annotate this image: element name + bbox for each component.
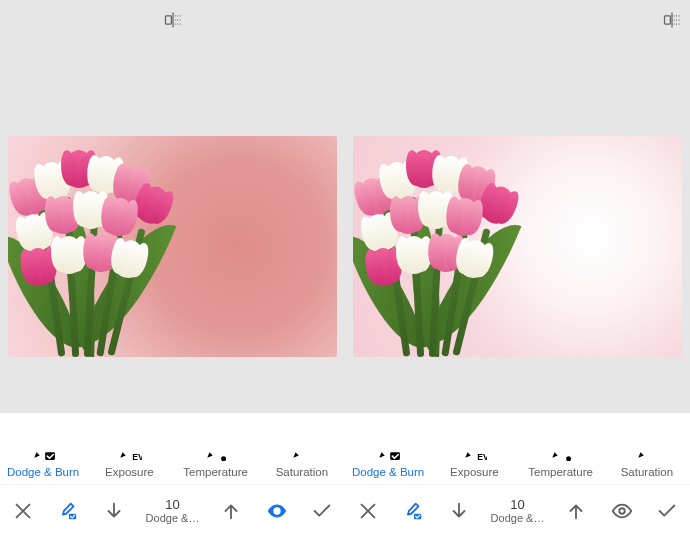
apply-button[interactable] [653, 497, 681, 525]
tool-temperature[interactable]: Temperature [518, 413, 604, 484]
brush-mode-button[interactable] [399, 497, 427, 525]
viewport [0, 0, 690, 413]
tool-temperature[interactable]: Temperature [173, 413, 259, 484]
canvas-right[interactable] [353, 136, 682, 357]
pane-right [345, 0, 690, 413]
tool-saturation[interactable]: Saturation [604, 413, 690, 484]
temperature-icon [203, 435, 229, 461]
canvas-left[interactable] [8, 136, 337, 357]
close-button[interactable] [354, 497, 382, 525]
dodge-burn-icon [375, 435, 401, 461]
exposure-icon [116, 435, 142, 461]
increase-button[interactable] [562, 497, 590, 525]
tool-saturation[interactable]: Saturation [259, 413, 345, 484]
stepper-label: Dodge &… [491, 512, 545, 524]
tool-label: Dodge & Burn [352, 466, 424, 478]
tool-label: Temperature [528, 466, 593, 478]
stepper-label: Dodge &… [146, 512, 200, 524]
compare-button[interactable] [163, 10, 183, 34]
tool-label: Temperature [183, 466, 248, 478]
decrease-button[interactable] [100, 497, 128, 525]
svg-rect-1 [665, 16, 671, 24]
value-stepper[interactable]: 10Dodge &… [146, 498, 200, 524]
decrease-button[interactable] [445, 497, 473, 525]
action-side-left: 10Dodge &… [0, 485, 345, 536]
exposure-icon [461, 435, 487, 461]
close-button[interactable] [9, 497, 37, 525]
svg-point-2 [275, 509, 279, 513]
preview-button[interactable] [608, 497, 636, 525]
stepper-value: 10 [510, 498, 524, 512]
tool-strip: Dodge & BurnExposureTemperatureSaturatio… [0, 413, 690, 484]
tool-label: Dodge & Burn [7, 466, 79, 478]
temperature-icon [548, 435, 574, 461]
compare-button[interactable] [662, 10, 682, 34]
tool-label: Saturation [621, 466, 673, 478]
saturation-icon [289, 435, 315, 461]
brush-mode-button[interactable] [54, 497, 82, 525]
tool-exposure[interactable]: Exposure [86, 413, 172, 484]
bouquet-image [8, 136, 178, 357]
stepper-value: 10 [165, 498, 179, 512]
pane-left [0, 0, 345, 413]
tool-label: Exposure [450, 466, 499, 478]
apply-button[interactable] [308, 497, 336, 525]
action-bar: 10Dodge &…10Dodge &… [0, 484, 690, 536]
action-side-right: 10Dodge &… [345, 485, 690, 536]
tool-label: Saturation [276, 466, 328, 478]
canvas-wrap-left [8, 136, 345, 357]
svg-rect-0 [165, 16, 171, 24]
preview-button[interactable] [263, 497, 291, 525]
tool-dodge-burn[interactable]: Dodge & Burn [0, 413, 86, 484]
tool-label: Exposure [105, 466, 154, 478]
canvas-wrap-right [353, 136, 690, 357]
increase-button[interactable] [217, 497, 245, 525]
tool-exposure[interactable]: Exposure [431, 413, 517, 484]
tool-dodge-burn[interactable]: Dodge & Burn [345, 413, 431, 484]
dodge-burn-icon [30, 435, 56, 461]
saturation-icon [634, 435, 660, 461]
bouquet-image [353, 136, 523, 357]
value-stepper[interactable]: 10Dodge &… [491, 498, 545, 524]
